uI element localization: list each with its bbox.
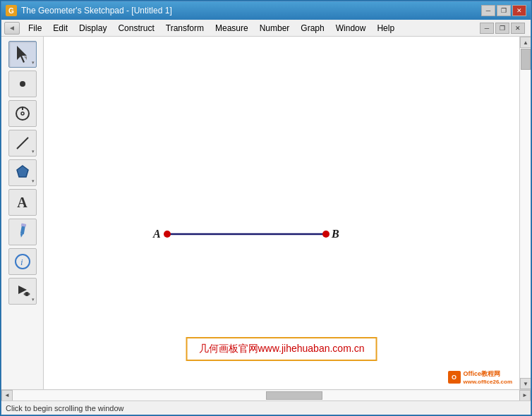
scroll-thumb-right[interactable]: [521, 49, 531, 70]
scroll-track-bottom[interactable]: [13, 391, 519, 400]
main-area: ▾ ▾: [1, 37, 531, 389]
tool-select-dropdown: ▾: [32, 60, 35, 66]
inner-close-button[interactable]: ✕: [511, 23, 525, 34]
watermark-banner: 几何画板官网www.jihehuaban.com.cn: [186, 337, 377, 361]
menu-window[interactable]: Window: [330, 22, 372, 35]
tool-polygon-dropdown: ▾: [32, 178, 35, 184]
menu-edit[interactable]: Edit: [47, 22, 73, 35]
scroll-thumb-bottom[interactable]: [266, 391, 322, 400]
office-logo: O Office教程网 www.office26.com: [444, 368, 517, 386]
scroll-left-button[interactable]: ◄: [1, 390, 13, 401]
scroll-right-button[interactable]: ►: [519, 390, 531, 401]
menu-display[interactable]: Display: [73, 22, 112, 35]
svg-text:A: A: [152, 228, 161, 240]
restore-button[interactable]: ❐: [497, 5, 511, 16]
svg-marker-9: [19, 234, 23, 238]
svg-marker-0: [17, 46, 27, 63]
svg-text:i: i: [20, 257, 23, 267]
menu-file[interactable]: File: [23, 22, 47, 35]
tool-line-dropdown: ▾: [32, 149, 35, 154]
app-window: G The Geometer's Sketchpad - [Untitled 1…: [1, 1, 531, 415]
tool-select[interactable]: ▾: [8, 41, 37, 68]
svg-line-6: [17, 137, 28, 149]
office-url: www.office26.com: [464, 379, 513, 385]
geometry-svg: A B: [44, 37, 519, 389]
tool-motion-dropdown: ▾: [32, 297, 35, 302]
tool-compass[interactable]: [8, 100, 37, 127]
svg-text:B: B: [331, 228, 339, 240]
scrollbar-bottom: ◄ ►: [1, 389, 531, 400]
menu-graph[interactable]: Graph: [295, 22, 330, 35]
tool-marker[interactable]: [8, 219, 37, 245]
inner-minimize-button[interactable]: ─: [480, 23, 494, 34]
menu-back-button[interactable]: ◄: [4, 22, 20, 35]
canvas-area[interactable]: A B 几何画板官网www.jihehuaban.com.cn O Office…: [44, 37, 519, 389]
toolbar: ▾ ▾: [1, 37, 44, 389]
tool-info[interactable]: i: [8, 248, 37, 275]
svg-point-18: [164, 231, 171, 238]
minimize-button[interactable]: ─: [481, 5, 495, 16]
svg-point-4: [21, 112, 24, 115]
scroll-up-button[interactable]: ▲: [520, 37, 531, 48]
window-controls: ─ ❐ ✕: [481, 5, 526, 16]
status-bar: Click to begin scrolling the window: [1, 400, 531, 415]
svg-point-16: [23, 293, 25, 295]
status-text: Click to begin scrolling the window: [6, 404, 124, 412]
text-tool-icon: A: [17, 195, 27, 211]
svg-point-19: [322, 231, 330, 238]
tool-point[interactable]: [8, 71, 37, 97]
scroll-track-right[interactable]: [520, 48, 531, 378]
menu-construct[interactable]: Construct: [112, 22, 159, 35]
title-bar: G The Geometer's Sketchpad - [Untitled 1…: [1, 1, 531, 20]
watermark-text: 几何画板官网www.jihehuaban.com.cn: [199, 343, 365, 354]
svg-point-2: [20, 81, 25, 87]
window-title: The Geometer's Sketchpad - [Untitled 1]: [21, 6, 481, 16]
scrollbar-right: ▲ ▼: [519, 37, 531, 389]
menu-measure[interactable]: Measure: [210, 22, 254, 35]
menu-transform[interactable]: Transform: [160, 22, 210, 35]
app-icon: G: [6, 5, 17, 16]
svg-marker-1: [24, 56, 27, 60]
menu-bar: ◄ File Edit Display Construct Transform …: [1, 20, 531, 37]
office-name: Office教程网: [464, 369, 513, 379]
tool-motion[interactable]: ▾: [8, 278, 37, 305]
tool-polygon[interactable]: ▾: [8, 159, 37, 186]
tool-text[interactable]: A: [8, 189, 37, 216]
close-button[interactable]: ✕: [512, 5, 526, 16]
office-icon: O: [448, 371, 461, 384]
menu-items: File Edit Display Construct Transform Me…: [23, 22, 480, 35]
svg-marker-7: [17, 166, 28, 177]
tool-line[interactable]: ▾: [8, 130, 37, 157]
menu-help[interactable]: Help: [371, 22, 400, 35]
inner-restore-button[interactable]: ❐: [495, 23, 509, 34]
menu-number[interactable]: Number: [254, 22, 296, 35]
svg-point-15: [28, 293, 30, 295]
scroll-down-button[interactable]: ▼: [520, 378, 531, 389]
